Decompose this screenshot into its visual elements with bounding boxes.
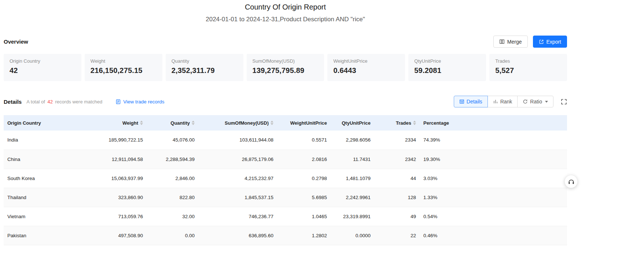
trade-records-icon — [115, 99, 121, 104]
cell-percentage: 0.46% — [420, 226, 567, 245]
table-row[interactable]: India 185,990,722.15 45,076.00 103,611,9… — [4, 131, 567, 150]
page-title: Country Of Origin Report — [4, 3, 567, 11]
stat-card-value: 5,527 — [495, 66, 561, 75]
cell-trades: 22 — [374, 226, 420, 245]
cell-origin-country: Vietnam — [4, 207, 97, 226]
details-controls: Details Rank Ratio — [454, 96, 567, 107]
header-quantity: Quantity — [147, 115, 198, 131]
overview-header-row: Overview Merge Export — [4, 36, 567, 48]
view-trade-records-link[interactable]: View trade records — [115, 99, 164, 104]
cell-weight-unit-price: 0.5571 — [277, 131, 331, 150]
sort-icon[interactable] — [140, 121, 143, 125]
cell-quantity: 45,076.00 — [147, 131, 198, 150]
sort-icon[interactable] — [192, 121, 195, 125]
tab-rank[interactable]: Rank — [487, 96, 518, 107]
cell-weight-unit-price: 1.0465 — [277, 207, 331, 226]
cell-quantity: 32.00 — [147, 207, 198, 226]
ratio-icon — [523, 99, 528, 104]
cell-qty-unit-price: 2,242.9961 — [331, 188, 374, 207]
header-label: QtyUnitPrice — [342, 120, 371, 126]
cell-trades: 44 — [374, 169, 420, 188]
cell-weight: 323,860.90 — [97, 188, 147, 207]
stat-card-value: 0.6443 — [333, 66, 399, 75]
stat-card: Origin Country 42 — [4, 54, 81, 81]
cell-percentage: 3.03% — [420, 169, 567, 188]
stat-card: WeightUnitPrice 0.6443 — [327, 54, 405, 81]
stat-card: Quantity 2,352,311.79 — [166, 54, 243, 81]
support-button[interactable] — [564, 175, 578, 188]
merge-icon — [499, 39, 505, 44]
merge-button[interactable]: Merge — [493, 36, 528, 48]
cell-quantity: 2,288,594.39 — [147, 150, 198, 169]
tab-ratio-label: Ratio — [530, 99, 542, 104]
cell-trades: 2342 — [374, 150, 420, 169]
cell-weight-unit-price: 2.0816 — [277, 150, 331, 169]
match-summary: A total of 42 records were matched — [26, 99, 102, 104]
cell-origin-country: India — [4, 131, 97, 150]
stat-card-value: 139,275,795.89 — [253, 66, 319, 75]
cell-sum-of-money: 4,215,232.97 — [198, 169, 277, 188]
cell-qty-unit-price: 2,298.6056 — [331, 131, 374, 150]
table-body: India 185,990,722.15 45,076.00 103,611,9… — [4, 131, 567, 245]
match-count: 42 — [46, 99, 54, 104]
stat-card: QtyUnitPrice 59.2081 — [408, 54, 486, 81]
header-sum-of-money: SumOfMoney(USD) — [198, 115, 277, 131]
tab-details[interactable]: Details — [454, 96, 488, 107]
header-weight: Weight — [97, 115, 147, 131]
cell-percentage: 74.39% — [420, 131, 567, 150]
table-header: Origin Country Weight Quantity SumOfMone… — [4, 115, 567, 131]
stat-card: Trades 5,527 — [489, 54, 567, 81]
stat-card-label: Trades — [495, 58, 561, 64]
details-table: Origin Country Weight Quantity SumOfMone… — [4, 115, 567, 245]
cell-trades: 49 — [374, 207, 420, 226]
table-row[interactable]: Vietnam 713,059.76 32.00 746,236.77 1.04… — [4, 207, 567, 226]
table-row[interactable]: Thailand 323,860.90 822.80 1,845,537.15 … — [4, 188, 567, 207]
table-row[interactable]: China 12,911,094.58 2,288,594.39 26,875,… — [4, 150, 567, 169]
export-button[interactable]: Export — [533, 36, 567, 48]
header-trades: Trades — [374, 115, 420, 131]
sort-icon[interactable] — [271, 121, 273, 125]
table-row[interactable]: Pakistan 497,508.90 0.00 636,895.60 1.28… — [4, 226, 567, 245]
stat-card-label: Weight — [91, 58, 157, 64]
stat-card-value: 216,150,275.15 — [91, 66, 157, 75]
cell-weight-unit-price: 0.2798 — [277, 169, 331, 188]
cell-origin-country: Pakistan — [4, 226, 97, 245]
rank-icon — [493, 99, 498, 104]
tab-rank-label: Rank — [500, 99, 512, 104]
stat-card: SumOfMoney(USD) 139,275,795.89 — [247, 54, 324, 81]
view-trade-records-label: View trade records — [123, 99, 164, 104]
fullscreen-button[interactable] — [561, 99, 567, 105]
header-weight-unit-price: WeightUnitPrice — [277, 115, 331, 131]
details-heading: Details — [4, 99, 22, 105]
cell-weight: 185,990,722.15 — [97, 131, 147, 150]
cell-trades: 2334 — [374, 131, 420, 150]
tab-details-label: Details — [467, 99, 482, 104]
cell-qty-unit-price: 1,481.1079 — [331, 169, 374, 188]
sort-icon[interactable] — [413, 121, 416, 125]
match-prefix: A total of — [26, 99, 45, 104]
stat-card: Weight 216,150,275.15 — [85, 54, 162, 81]
view-switcher: Details Rank Ratio — [454, 96, 553, 107]
tab-ratio[interactable]: Ratio — [517, 96, 553, 107]
cell-sum-of-money: 26,875,179.06 — [198, 150, 277, 169]
cell-weight: 713,059.76 — [97, 207, 147, 226]
header-percentage: Percentage — [420, 115, 567, 131]
stat-card-value: 42 — [10, 66, 76, 75]
cell-quantity: 2,846.00 — [147, 169, 198, 188]
details-grid-icon — [459, 99, 464, 104]
header-label: Origin Country — [7, 120, 41, 126]
export-button-label: Export — [547, 39, 561, 45]
cell-weight: 497,508.90 — [97, 226, 147, 245]
cell-weight: 12,911,094.58 — [97, 150, 147, 169]
cell-weight-unit-price: 5.6985 — [277, 188, 331, 207]
cell-percentage: 1.33% — [420, 188, 567, 207]
stat-card-label: Origin Country — [10, 58, 76, 64]
merge-button-label: Merge — [507, 39, 522, 45]
table-row[interactable]: South Korea 15,063,937.99 2,846.00 4,215… — [4, 169, 567, 188]
cell-weight-unit-price: 1.2802 — [277, 226, 331, 245]
cell-percentage: 19.30% — [420, 150, 567, 169]
header-label: Percentage — [423, 120, 449, 126]
header-origin-country: Origin Country — [4, 115, 97, 131]
stat-card-label: SumOfMoney(USD) — [253, 58, 319, 64]
stat-card-label: Quantity — [172, 58, 238, 64]
